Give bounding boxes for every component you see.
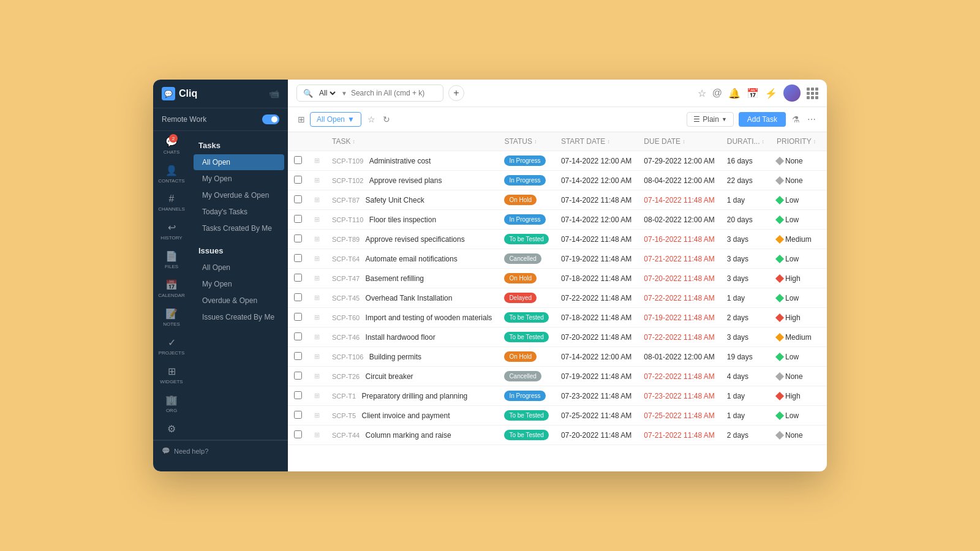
- sidebar-tasks-overdue[interactable]: My Overdue & Open: [194, 187, 284, 203]
- calendar-icon[interactable]: 📅: [747, 88, 759, 99]
- row-checkbox[interactable]: [288, 328, 308, 347]
- row-task[interactable]: SCP-T60 Import and testing of wooden mat…: [326, 308, 498, 328]
- row-task[interactable]: SCP-T64 Automate email notifications: [326, 249, 498, 269]
- row-checkbox[interactable]: [288, 171, 308, 190]
- sidebar-issues-created-by-me[interactable]: Issues Created By Me: [194, 309, 284, 325]
- row-expand[interactable]: ⊞: [308, 269, 326, 288]
- notification-icon[interactable]: 🔔: [728, 88, 741, 99]
- th-start-date[interactable]: START DATE: [555, 132, 638, 151]
- row-expand[interactable]: ⊞: [308, 171, 326, 190]
- refresh-icon[interactable]: ↻: [382, 113, 391, 126]
- sidebar-issues-all-open[interactable]: All Open: [194, 260, 284, 276]
- row-task[interactable]: SCP-T44 Column marking and raise: [326, 425, 498, 445]
- task-name: Client invoice and payment: [361, 411, 450, 420]
- row-checkbox[interactable]: [288, 308, 308, 328]
- th-duration[interactable]: DURATI...: [721, 132, 771, 151]
- search-input[interactable]: [351, 89, 443, 97]
- th-priority[interactable]: PRIORITY: [771, 132, 822, 151]
- row-expand[interactable]: ⊞: [308, 406, 326, 425]
- row-checkbox[interactable]: [288, 230, 308, 249]
- grid-menu-icon[interactable]: [807, 88, 818, 99]
- row-expand[interactable]: ⊞: [308, 151, 326, 171]
- task-id: SCP-T106: [332, 353, 363, 361]
- row-checkbox[interactable]: [288, 386, 308, 406]
- th-status[interactable]: STATUS: [498, 132, 555, 151]
- row-checkbox[interactable]: [288, 210, 308, 230]
- zap-icon[interactable]: ⚡: [765, 88, 777, 99]
- row-task[interactable]: SCP-T109 Administrative cost: [326, 151, 498, 171]
- row-checkbox[interactable]: [288, 190, 308, 210]
- row-expand[interactable]: ⊞: [308, 230, 326, 249]
- search-box[interactable]: 🔍 All ▼: [296, 84, 443, 102]
- row-task[interactable]: SCP-T87 Safety Unit Check: [326, 190, 498, 210]
- plain-view-btn[interactable]: ☰ Plain ▼: [687, 112, 734, 127]
- th-task[interactable]: TASK: [326, 132, 498, 151]
- th-percent[interactable]: %: [822, 132, 827, 151]
- sidebar-tasks-my-open[interactable]: My Open: [194, 171, 284, 187]
- row-checkbox[interactable]: [288, 269, 308, 288]
- row-checkbox[interactable]: [288, 347, 308, 367]
- sidebar-item-history[interactable]: ↩ HISTORY: [153, 217, 190, 246]
- sidebar-item-settings[interactable]: ⚙: [153, 418, 190, 440]
- star-filter-icon[interactable]: ☆: [366, 113, 377, 126]
- row-task[interactable]: SCP-T89 Approve revised specifications: [326, 230, 498, 249]
- row-task[interactable]: SCP-T102 Approve revised plans: [326, 171, 498, 190]
- row-task[interactable]: SCP-T47 Basement refilling: [326, 269, 498, 288]
- user-avatar[interactable]: [783, 84, 801, 102]
- sidebar-tasks-today[interactable]: Today's Tasks: [194, 204, 284, 220]
- row-expand[interactable]: ⊞: [308, 347, 326, 367]
- row-checkbox[interactable]: [288, 288, 308, 308]
- sidebar-item-projects[interactable]: ✓ PROJECTS: [153, 332, 190, 361]
- sidebar-tasks-all-open[interactable]: All Open: [194, 154, 284, 170]
- add-button-top[interactable]: +: [448, 85, 464, 101]
- row-expand[interactable]: ⊞: [308, 367, 326, 386]
- priority-label: Low: [785, 255, 799, 263]
- sidebar-issues-my-open[interactable]: My Open: [194, 276, 284, 292]
- row-checkbox[interactable]: [288, 425, 308, 445]
- row-expand[interactable]: ⊞: [308, 190, 326, 210]
- sidebar-item-calendar[interactable]: 📅 CALENDAR: [153, 274, 190, 303]
- search-scope-select[interactable]: All: [317, 88, 337, 98]
- star-icon[interactable]: ☆: [698, 88, 706, 99]
- sidebar-tasks-created-by-me[interactable]: Tasks Created By Me: [194, 220, 284, 236]
- th-due-date[interactable]: DUE DATE: [638, 132, 720, 151]
- sidebar-item-org[interactable]: 🏢 ORG: [153, 389, 190, 418]
- sidebar-issues-overdue[interactable]: Overdue & Open: [194, 293, 284, 309]
- sidebar-item-files[interactable]: 📄 FILES: [153, 246, 190, 274]
- row-task[interactable]: SCP-T26 Circuit breaker: [326, 367, 498, 386]
- row-task[interactable]: SCP-T110 Floor tiles inspection: [326, 210, 498, 230]
- row-expand[interactable]: ⊞: [308, 386, 326, 406]
- sidebar-item-contacts[interactable]: 👤 CONTACTS: [153, 160, 190, 189]
- row-task[interactable]: SCP-T5 Client invoice and payment: [326, 406, 498, 425]
- sidebar-item-channels[interactable]: # CHANNELS: [153, 189, 190, 217]
- row-checkbox[interactable]: [288, 367, 308, 386]
- sidebar-item-notes[interactable]: 📝 NOTES: [153, 303, 190, 332]
- video-button[interactable]: 📹: [269, 89, 279, 99]
- row-task[interactable]: SCP-T1 Preparatory drilling and planning: [326, 386, 498, 406]
- priority-label: Low: [785, 411, 799, 420]
- row-checkbox[interactable]: [288, 249, 308, 269]
- remote-work-toggle[interactable]: [262, 114, 279, 124]
- priority-label: None: [785, 372, 803, 381]
- row-expand[interactable]: ⊞: [308, 210, 326, 230]
- help-link[interactable]: 💬 Need help?: [153, 440, 288, 461]
- more-options-icon[interactable]: ⋯: [806, 113, 817, 126]
- mention-icon[interactable]: @: [712, 88, 722, 99]
- row-task[interactable]: SCP-T45 Overhead Tank Installation: [326, 288, 498, 308]
- sidebar-item-widgets[interactable]: ⊞ WIDGETS: [153, 361, 190, 389]
- all-open-filter[interactable]: All Open ▼: [310, 112, 361, 127]
- add-task-button[interactable]: Add Task: [739, 112, 786, 127]
- row-expand[interactable]: ⊞: [308, 308, 326, 328]
- row-expand[interactable]: ⊞: [308, 425, 326, 445]
- row-task[interactable]: SCP-T46 Install hardwood floor: [326, 328, 498, 347]
- row-expand[interactable]: ⊞: [308, 249, 326, 269]
- row-expand[interactable]: ⊞: [308, 328, 326, 347]
- expand-icon[interactable]: ⊞: [298, 114, 305, 124]
- filter-icon[interactable]: ⚗: [791, 113, 801, 126]
- row-checkbox[interactable]: [288, 151, 308, 171]
- row-checkbox[interactable]: [288, 406, 308, 425]
- row-task[interactable]: SCP-T106 Building permits: [326, 347, 498, 367]
- channels-label: CHANNELS: [158, 206, 185, 212]
- sidebar-item-chats[interactable]: 2 💬 CHATS: [153, 131, 190, 160]
- row-expand[interactable]: ⊞: [308, 288, 326, 308]
